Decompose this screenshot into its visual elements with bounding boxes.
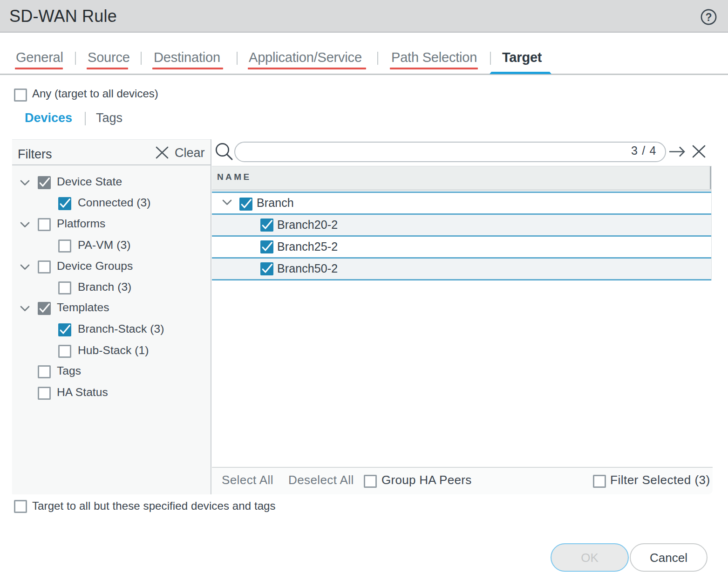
svg-text:?: ? bbox=[705, 11, 712, 23]
